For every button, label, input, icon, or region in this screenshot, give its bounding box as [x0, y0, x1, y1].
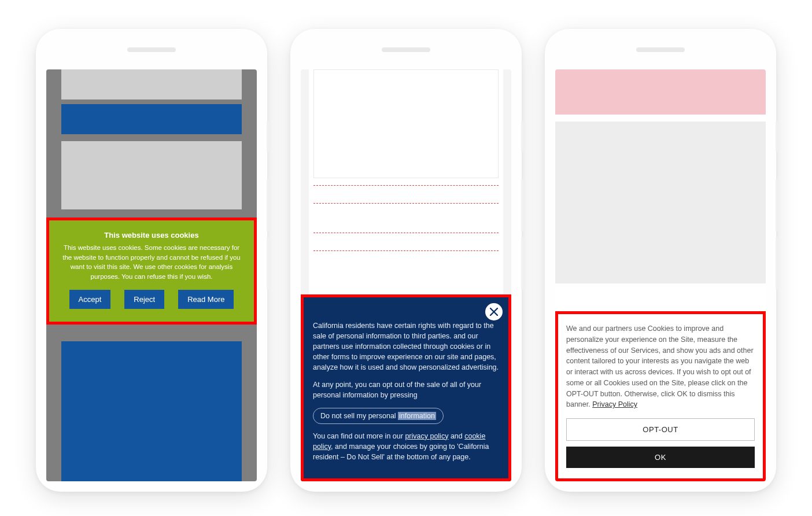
cookie-body-text: We and our partners use Cookies to impro…	[566, 325, 754, 408]
phone-side-button	[521, 121, 523, 152]
cookie-para-3a: You can find out more in our	[313, 432, 405, 440]
do-not-sell-button[interactable]: Do not sell my personal information	[313, 408, 444, 424]
cookie-banner: This website uses cookies This website u…	[46, 218, 257, 325]
cookie-para-2: At any point, you can opt out of the sal…	[313, 379, 499, 400]
cookie-body: We and our partners use Cookies to impro…	[566, 323, 755, 410]
phone-speaker	[636, 47, 685, 52]
cookie-body: This website uses cookies. Some cookies …	[56, 243, 247, 282]
privacy-policy-link[interactable]: Privacy Policy	[592, 400, 637, 408]
phone-side-button	[267, 121, 269, 152]
placeholder-content	[555, 121, 766, 283]
cookie-title: This website uses cookies	[56, 231, 247, 239]
placeholder-nav	[61, 104, 242, 134]
cookie-para-1: California residents have certain rights…	[313, 320, 499, 373]
close-icon[interactable]	[485, 303, 503, 320]
phone-mockup-3: We and our partners use Cookies to impro…	[545, 29, 776, 492]
cookie-para-3c: , and manage your choices by going to 'C…	[313, 443, 489, 461]
accept-button[interactable]: Accept	[69, 290, 111, 309]
mockup-row: This website uses cookies This website u…	[0, 0, 812, 516]
phone-screen: California residents have certain rights…	[301, 69, 511, 481]
ok-button[interactable]: OK	[566, 447, 755, 468]
do-not-sell-highlight: information	[398, 412, 436, 420]
phone-side-button	[776, 121, 778, 152]
do-not-sell-prefix: Do not sell my personal	[320, 412, 398, 420]
reject-button[interactable]: Reject	[124, 290, 164, 309]
placeholder-row	[313, 233, 499, 251]
placeholder-hero	[61, 341, 242, 481]
placeholder-header	[61, 69, 242, 99]
cookie-para-3b: and	[448, 432, 464, 440]
phone-side-button	[267, 179, 269, 231]
phone-speaker	[382, 47, 430, 52]
phone-side-button	[521, 179, 523, 231]
phone-side-button	[776, 237, 778, 289]
cookie-buttons-row: Accept Reject Read More	[56, 290, 247, 309]
placeholder-header	[555, 69, 766, 115]
cookie-para-3: You can find out more in our privacy pol…	[313, 431, 499, 462]
cookie-banner: We and our partners use Cookies to impro…	[555, 311, 766, 481]
opt-out-button[interactable]: OPT-OUT	[566, 418, 755, 441]
phone-mockup-2: California residents have certain rights…	[290, 29, 522, 492]
phone-side-button	[776, 179, 778, 231]
phone-speaker	[127, 47, 176, 52]
phone-side-button	[521, 237, 523, 289]
read-more-button[interactable]: Read More	[178, 290, 234, 309]
phone-mockup-1: This website uses cookies This website u…	[36, 29, 267, 492]
phone-screen: This website uses cookies This website u…	[46, 69, 257, 481]
placeholder-content	[61, 141, 242, 209]
placeholder-hero	[313, 69, 499, 178]
phone-side-button	[267, 237, 269, 289]
phone-screen: We and our partners use Cookies to impro…	[555, 69, 766, 481]
privacy-policy-link[interactable]: privacy policy	[405, 432, 448, 440]
placeholder-row	[313, 185, 499, 204]
cookie-banner: California residents have certain rights…	[301, 294, 511, 481]
